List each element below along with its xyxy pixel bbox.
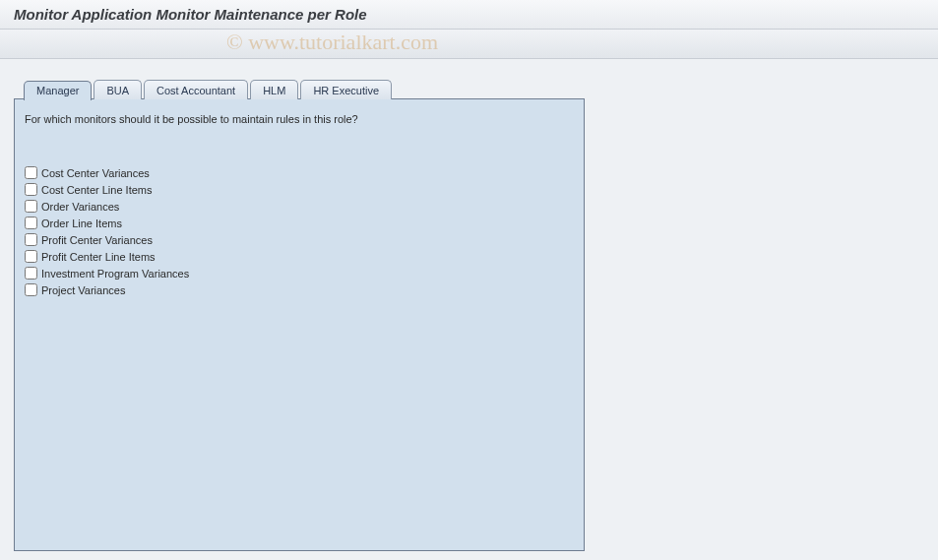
tab-hr-executive[interactable]: HR Executive bbox=[300, 80, 392, 99]
checkbox-list: Cost Center Variances Cost Center Line I… bbox=[25, 166, 574, 296]
tab-hlm[interactable]: HLM bbox=[250, 80, 298, 99]
option-row-order-line-items: Order Line Items bbox=[25, 217, 574, 229]
option-label[interactable]: Profit Center Line Items bbox=[41, 251, 156, 263]
option-row-profit-center-line-items: Profit Center Line Items bbox=[25, 250, 574, 263]
option-label[interactable]: Project Variances bbox=[41, 284, 125, 296]
option-label[interactable]: Profit Center Variances bbox=[41, 234, 153, 246]
page-title: Monitor Application Monitor Maintenance … bbox=[14, 6, 367, 23]
option-label[interactable]: Investment Program Variances bbox=[41, 268, 189, 280]
checkbox-order-line-items[interactable] bbox=[25, 217, 37, 229]
option-row-cost-center-line-items: Cost Center Line Items bbox=[25, 183, 574, 196]
tab-label: HLM bbox=[263, 85, 285, 96]
checkbox-profit-center-line-items[interactable] bbox=[25, 250, 37, 263]
option-label[interactable]: Order Line Items bbox=[41, 218, 122, 229]
tab-container: Manager BUA Cost Accountant HLM HR Execu… bbox=[14, 79, 585, 551]
header-bar: Monitor Application Monitor Maintenance … bbox=[0, 0, 938, 30]
option-label[interactable]: Cost Center Variances bbox=[41, 167, 150, 179]
option-row-order-variances: Order Variances bbox=[25, 200, 574, 213]
tab-manager[interactable]: Manager bbox=[24, 81, 92, 100]
option-label[interactable]: Order Variances bbox=[41, 201, 119, 213]
option-row-project-variances: Project Variances bbox=[25, 283, 574, 296]
tab-cost-accountant[interactable]: Cost Accountant bbox=[144, 80, 248, 99]
checkbox-order-variances[interactable] bbox=[25, 200, 37, 213]
checkbox-investment-program-variances[interactable] bbox=[25, 267, 37, 280]
option-row-cost-center-variances: Cost Center Variances bbox=[25, 166, 574, 179]
tab-label: Cost Accountant bbox=[156, 85, 235, 96]
tab-label: Manager bbox=[36, 85, 79, 96]
option-label[interactable]: Cost Center Line Items bbox=[41, 184, 153, 196]
checkbox-project-variances[interactable] bbox=[25, 283, 37, 296]
checkbox-cost-center-variances[interactable] bbox=[25, 166, 37, 179]
tab-panel: For which monitors should it be possible… bbox=[14, 98, 585, 551]
tab-label: BUA bbox=[106, 85, 129, 96]
panel-prompt: For which monitors should it be possible… bbox=[25, 113, 574, 125]
option-row-profit-center-variances: Profit Center Variances bbox=[25, 233, 574, 246]
option-row-investment-program-variances: Investment Program Variances bbox=[25, 267, 574, 280]
checkbox-profit-center-variances[interactable] bbox=[25, 233, 37, 246]
toolbar-strip bbox=[0, 30, 938, 59]
tab-row: Manager BUA Cost Accountant HLM HR Execu… bbox=[14, 79, 585, 98]
content-area: Manager BUA Cost Accountant HLM HR Execu… bbox=[0, 59, 938, 560]
tab-label: HR Executive bbox=[313, 85, 379, 96]
checkbox-cost-center-line-items[interactable] bbox=[25, 183, 37, 196]
tab-bua[interactable]: BUA bbox=[94, 80, 142, 99]
